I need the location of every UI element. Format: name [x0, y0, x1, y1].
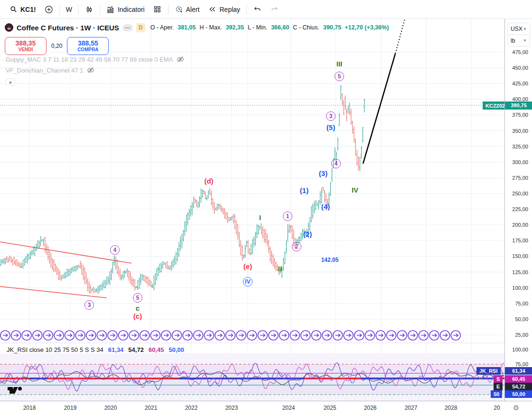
wave-label[interactable]: 1: [283, 212, 292, 221]
wave-label[interactable]: 4: [331, 159, 341, 168]
indicators-icon: [106, 5, 115, 14]
rsi-value: 61,34: [108, 346, 124, 353]
price-change: +12,70 (+3,36%): [345, 24, 389, 31]
currency-dropdown[interactable]: USX ▼: [508, 23, 530, 35]
year-label: 2022: [185, 405, 198, 411]
spread-value: 0,20: [51, 43, 62, 49]
buy-price: 388,55: [78, 40, 98, 47]
indicators-button[interactable]: Indicatori: [102, 3, 149, 16]
wave-label[interactable]: 3: [84, 300, 94, 310]
wave-label[interactable]: I: [259, 213, 261, 221]
wave-label[interactable]: IV: [243, 277, 252, 286]
year-label: 2028: [445, 405, 457, 411]
chart-style-button[interactable]: [81, 3, 98, 16]
wave-label[interactable]: (1): [300, 186, 308, 194]
redo-button[interactable]: [266, 3, 283, 16]
symbol-header: ☕ Coffee C Futures · 1W · ICEUS — D O - …: [5, 22, 389, 33]
collapse-legend-button[interactable]: ▲: [6, 78, 15, 85]
price-tick: 100,00: [512, 285, 528, 291]
indicator-name: VF_Donchian_Channel 47 1: [6, 67, 83, 74]
symbol-label: KC1!: [20, 6, 36, 13]
eye-off-icon[interactable]: [87, 66, 94, 74]
wave-label[interactable]: 2: [292, 242, 301, 251]
wave-label[interactable]: 4: [110, 245, 120, 255]
price-axis[interactable]: USX ▼ lb ▼ 475,00450,00425,00400,00375,0…: [504, 19, 532, 401]
alert-button[interactable]: Alert: [170, 3, 204, 16]
wave-label[interactable]: (3): [319, 169, 327, 177]
wave-label[interactable]: 5: [133, 293, 142, 303]
candlestick-icon: [85, 5, 93, 14]
unit-dropdown[interactable]: lb ▼: [508, 35, 530, 46]
compare-add-button[interactable]: [40, 3, 57, 16]
interval-label: W: [66, 6, 72, 13]
rsi-axis-chip: E: [494, 383, 503, 390]
layout-grid-button[interactable]: [149, 3, 166, 16]
indicator-legend-row[interactable]: VF_Donchian_Channel 47 1: [6, 66, 94, 74]
replay-button[interactable]: Replay: [204, 3, 245, 16]
undo-button[interactable]: [249, 3, 266, 16]
year-label: 2025: [324, 405, 336, 411]
chevron-down-icon: ▼: [523, 27, 527, 31]
wave-label[interactable]: 142.05: [321, 257, 339, 263]
timeframe-badge[interactable]: D: [136, 23, 145, 32]
ohlc-value: 366,60: [271, 24, 289, 31]
alert-clock-icon: [175, 5, 183, 14]
buy-label: COMPRA: [77, 47, 98, 52]
price-tick: 225,00: [512, 206, 528, 212]
year-label: 2021: [145, 405, 158, 411]
price-tick: 300,00: [512, 159, 528, 165]
wave-label[interactable]: (d): [204, 177, 213, 185]
ohlc-values: O - Aper.381,05H - Max.392,35L - Min.366…: [150, 24, 341, 31]
year-label: 2026: [364, 405, 377, 411]
price-tick: 125,00: [512, 269, 528, 275]
ohlc-label: L - Min.: [248, 24, 267, 31]
wave-label[interactable]: c: [136, 304, 140, 312]
wave-label[interactable]: III: [336, 60, 343, 68]
replay-icon: [208, 5, 217, 14]
search-icon: [9, 5, 18, 14]
wave-label[interactable]: (2): [303, 230, 312, 238]
buy-button[interactable]: 388,55 COMPRA: [67, 37, 109, 55]
price-tick: 250,00: [512, 191, 528, 196]
eye-off-icon[interactable]: [177, 55, 184, 63]
price-tick: 25,00: [515, 332, 528, 338]
rsi-axis-value: 54,72: [505, 383, 532, 390]
wave-label[interactable]: (4): [321, 203, 330, 211]
toolbar-separator: [78, 4, 79, 15]
wave-label[interactable]: 3: [326, 111, 336, 121]
rsi-axis-chip: 50: [491, 390, 502, 398]
wave-label[interactable]: 5: [335, 72, 344, 81]
grid-layout-icon: [153, 5, 162, 14]
alert-label: Alert: [186, 6, 200, 13]
ohlc-value: 390,75: [323, 24, 341, 31]
ohlc-value: 381,05: [177, 24, 196, 31]
redo-icon: [270, 5, 279, 14]
minus-pill-icon[interactable]: —: [122, 24, 133, 31]
chevron-down-icon: ▼: [523, 38, 527, 43]
tradingview-logo[interactable]: [8, 385, 24, 396]
rsi-legend[interactable]: JK_RSI close 10 25 75 50 5 S S 34 61,345…: [7, 346, 184, 353]
undo-icon: [253, 5, 261, 14]
symbol-title[interactable]: Coffee C Futures · 1W · ICEUS: [17, 24, 119, 32]
wave-label[interactable]: (e): [243, 262, 252, 270]
sell-button[interactable]: 388,35 VENDI: [5, 37, 47, 55]
trade-buttons: 388,35 VENDI 0,20 388,55 COMPRA: [5, 37, 109, 55]
rsi-legend-values: 61,3454,7260,4550,00: [108, 346, 184, 353]
currency-label: USX: [511, 26, 523, 32]
interval-button[interactable]: W: [62, 3, 76, 16]
wave-label[interactable]: II: [278, 265, 282, 273]
toolbar-separator: [168, 4, 168, 15]
gear-icon[interactable]: ⚙: [513, 404, 519, 412]
price-tick: 475,00: [512, 49, 528, 55]
wave-label[interactable]: IV: [352, 186, 358, 194]
wave-label[interactable]: (c): [133, 312, 142, 320]
time-axis[interactable]: 2018201920202021202220232024202520262027…: [0, 401, 532, 415]
wave-label[interactable]: (5): [327, 123, 335, 131]
symbol-search-button[interactable]: KC1!: [5, 3, 40, 16]
indicator-legend-row[interactable]: Guppy_MAC 3 7 11 18 23 29 42 49 58 70 77…: [6, 55, 184, 63]
rsi-axis-value: 61,34: [505, 367, 532, 375]
ohlc-label: O - Aper.: [150, 24, 174, 31]
year-label: 2024: [282, 405, 295, 411]
toolbar-separator: [100, 4, 100, 15]
current-price-tag: 390,75: [505, 101, 532, 110]
